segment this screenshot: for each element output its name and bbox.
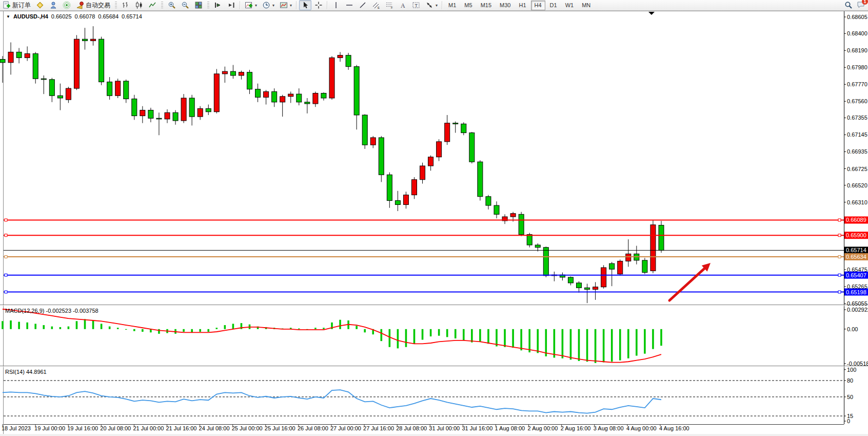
text-icon: A bbox=[399, 1, 407, 9]
tile-windows-button[interactable] bbox=[192, 0, 205, 10]
templates-button[interactable]: ▾ bbox=[278, 0, 294, 10]
candle bbox=[8, 52, 13, 62]
timeframe-button-M5[interactable]: M5 bbox=[461, 1, 476, 10]
community-button[interactable] bbox=[47, 0, 60, 10]
line-handle[interactable] bbox=[838, 291, 841, 293]
line-handle[interactable] bbox=[838, 255, 841, 258]
signal-button[interactable] bbox=[61, 0, 73, 10]
timeframe-button-W1[interactable]: W1 bbox=[562, 1, 578, 10]
timeframe-button-H4[interactable]: H4 bbox=[531, 1, 545, 10]
toolbar-separator bbox=[296, 1, 297, 9]
timeframe-button-M15[interactable]: M15 bbox=[477, 1, 495, 10]
zoom-in-button[interactable] bbox=[166, 0, 178, 10]
notifications-button[interactable]: 1 bbox=[857, 1, 865, 10]
channel-tool-button[interactable]: E bbox=[370, 0, 382, 10]
toolbar-separator bbox=[240, 1, 241, 9]
autotrading-icon bbox=[76, 1, 84, 9]
candle bbox=[247, 72, 252, 89]
rsi-axis-label: 50 bbox=[847, 394, 853, 400]
macd-histogram-bar bbox=[117, 328, 119, 329]
macd-histogram-bar bbox=[430, 329, 432, 336]
time-label: 20 Jul 08:00 bbox=[100, 425, 131, 431]
vertical-line-tool-button[interactable] bbox=[330, 0, 342, 10]
line-handle[interactable] bbox=[5, 255, 7, 258]
time-label: 4 Aug 00:00 bbox=[626, 425, 657, 431]
price-axis-label: 0.68190 bbox=[847, 47, 867, 53]
candle bbox=[601, 268, 606, 287]
time-axis[interactable]: 18 Jul 202319 Jul 00:0019 Jul 16:0020 Ju… bbox=[0, 425, 868, 433]
candle bbox=[420, 166, 425, 180]
candle bbox=[527, 235, 532, 245]
macd-histogram-bar bbox=[496, 329, 498, 347]
price-axis-label: 0.65475 bbox=[847, 267, 867, 273]
price-line-label: 0.65634 bbox=[846, 254, 866, 260]
line-chart-button[interactable] bbox=[146, 0, 159, 10]
svg-text:F: F bbox=[391, 6, 393, 9]
price-axis-label: 0.66935 bbox=[847, 148, 867, 155]
line-handle[interactable] bbox=[838, 219, 841, 221]
line-handle[interactable] bbox=[5, 274, 7, 276]
macd-histogram-bar bbox=[34, 324, 36, 329]
new-order-button[interactable]: 新订单 bbox=[1, 0, 33, 10]
line-handle[interactable] bbox=[838, 234, 841, 237]
macd-histogram-bar bbox=[520, 329, 522, 350]
price-line-label: 0.65900 bbox=[846, 232, 866, 238]
candle bbox=[362, 115, 367, 145]
timeframe-button-D1[interactable]: D1 bbox=[546, 1, 561, 10]
timeframe-button-M1[interactable]: M1 bbox=[445, 1, 460, 10]
fibonacci-tool-button[interactable]: F bbox=[383, 0, 396, 10]
time-label: 28 Jul 08:00 bbox=[396, 425, 427, 431]
macd-histogram-bar bbox=[504, 329, 506, 347]
candle bbox=[140, 110, 145, 116]
macd-histogram-bar bbox=[18, 322, 20, 329]
crosshair-button[interactable] bbox=[312, 0, 325, 10]
macd-histogram-bar bbox=[51, 327, 53, 329]
candle bbox=[214, 74, 219, 112]
cursor-icon bbox=[301, 1, 309, 9]
price-axis-label: 0.67355 bbox=[847, 115, 867, 121]
clock-icon bbox=[262, 1, 270, 9]
bar-chart-button[interactable] bbox=[120, 0, 132, 10]
trendline-tool-button[interactable] bbox=[357, 0, 369, 10]
chart-canvas[interactable]: 0.660890.659000.657140.656340.654070.651… bbox=[0, 0, 868, 436]
candle bbox=[222, 71, 227, 74]
autotrading-button[interactable]: 自动交易 bbox=[74, 0, 112, 10]
macd-histogram-bar bbox=[364, 329, 366, 332]
macd-name: MACD(12,26,9) bbox=[5, 308, 44, 314]
chart-menu-triangle-icon[interactable]: ▼ bbox=[6, 14, 10, 19]
candle bbox=[354, 67, 359, 115]
line-handle[interactable] bbox=[5, 234, 7, 237]
time-label: 25 Jul 00:00 bbox=[232, 425, 263, 431]
macd-histogram-bar bbox=[446, 329, 448, 337]
line-handle[interactable] bbox=[838, 274, 841, 276]
autotrading-label: 自动交易 bbox=[86, 1, 110, 10]
periods-button[interactable]: ▾ bbox=[260, 0, 277, 10]
candle bbox=[156, 118, 162, 119]
macd-histogram-bar bbox=[413, 329, 416, 344]
equidistant-channel-icon: E bbox=[372, 1, 380, 9]
macd-histogram-bar bbox=[199, 329, 201, 332]
macd-histogram-bar bbox=[314, 328, 317, 329]
candle bbox=[264, 91, 269, 97]
candle bbox=[510, 214, 516, 217]
timeframe-button-M30[interactable]: M30 bbox=[496, 1, 514, 10]
auto-scroll-button[interactable] bbox=[212, 0, 224, 10]
price-axis-label: 0.65055 bbox=[847, 300, 867, 307]
macd-histogram-bar bbox=[405, 329, 407, 347]
line-handle[interactable] bbox=[5, 291, 7, 293]
timeframe-button-H1[interactable]: H1 bbox=[515, 1, 529, 10]
zoom-out-button[interactable] bbox=[179, 0, 191, 10]
timeframe-button-MN[interactable]: MN bbox=[578, 1, 594, 10]
search-icon[interactable] bbox=[844, 1, 853, 9]
indicators-button[interactable]: ▾ bbox=[243, 0, 259, 10]
text-tool-button[interactable]: A bbox=[397, 0, 409, 10]
horizontal-line-tool-button[interactable] bbox=[343, 0, 356, 10]
label-tool-button[interactable]: T bbox=[410, 0, 422, 10]
chart-shift-button[interactable] bbox=[225, 0, 238, 10]
gold-button[interactable] bbox=[34, 0, 46, 10]
candlestick-chart-button[interactable] bbox=[133, 0, 145, 10]
time-label: 21 Jul 00:00 bbox=[133, 425, 164, 431]
cursor-button[interactable] bbox=[299, 0, 311, 10]
line-handle[interactable] bbox=[5, 219, 7, 221]
arrows-tool-button[interactable]: ▾ bbox=[423, 0, 440, 10]
